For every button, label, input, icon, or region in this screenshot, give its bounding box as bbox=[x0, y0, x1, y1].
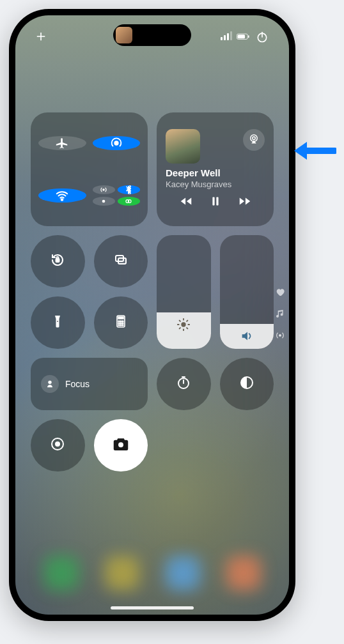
svg-point-23 bbox=[182, 322, 186, 326]
brightness-icon bbox=[176, 318, 191, 334]
power-button[interactable] bbox=[253, 28, 271, 46]
album-art bbox=[166, 129, 200, 164]
svg-point-38 bbox=[118, 323, 120, 324]
wifi-toggle[interactable] bbox=[38, 188, 86, 203]
svg-point-41 bbox=[118, 325, 120, 326]
svg-line-31 bbox=[187, 321, 187, 321]
svg-point-44 bbox=[48, 381, 51, 384]
cellular-toggle[interactable] bbox=[93, 185, 115, 194]
timer-button[interactable] bbox=[157, 358, 211, 410]
svg-line-29 bbox=[187, 328, 187, 328]
page-indicator bbox=[275, 287, 285, 343]
dock-blur bbox=[31, 547, 274, 599]
svg-point-43 bbox=[122, 325, 123, 326]
svg-line-28 bbox=[180, 321, 180, 321]
pause-button[interactable] bbox=[208, 194, 223, 211]
svg-point-40 bbox=[122, 323, 123, 324]
calculator-icon bbox=[113, 314, 129, 332]
rotation-lock-icon bbox=[50, 252, 65, 270]
svg-point-50 bbox=[55, 441, 60, 447]
screen-mirroring-button[interactable] bbox=[94, 235, 148, 288]
satellite-toggle[interactable] bbox=[93, 197, 115, 206]
svg-rect-5 bbox=[238, 34, 246, 38]
focus-icon bbox=[41, 375, 59, 393]
dynamic-island[interactable] bbox=[113, 24, 191, 46]
svg-rect-19 bbox=[216, 197, 218, 206]
svg-rect-18 bbox=[212, 197, 214, 206]
svg-rect-3 bbox=[230, 31, 232, 40]
svg-line-30 bbox=[180, 328, 180, 328]
svg-rect-0 bbox=[221, 37, 223, 40]
focus-label: Focus bbox=[65, 379, 90, 389]
airplay-icon bbox=[248, 133, 260, 147]
island-album-art bbox=[116, 27, 132, 43]
plus-icon: ＋ bbox=[33, 26, 49, 46]
favorite-page-icon[interactable] bbox=[275, 287, 285, 300]
svg-point-32 bbox=[57, 321, 58, 322]
cellular-icon bbox=[220, 29, 233, 45]
calculator-button[interactable] bbox=[94, 296, 148, 349]
svg-point-17 bbox=[253, 137, 256, 140]
flashlight-icon bbox=[50, 314, 65, 332]
svg-point-9 bbox=[279, 335, 281, 337]
record-icon bbox=[50, 436, 65, 454]
bluetooth-toggle[interactable] bbox=[118, 185, 140, 194]
svg-point-51 bbox=[118, 442, 123, 447]
svg-point-42 bbox=[120, 325, 121, 326]
svg-point-10 bbox=[114, 141, 118, 145]
screen: ＋ bbox=[15, 15, 289, 615]
now-playing-artist: Kacey Musgraves bbox=[166, 180, 231, 189]
svg-point-12 bbox=[103, 189, 104, 190]
flashlight-button[interactable] bbox=[31, 296, 85, 349]
now-playing-module[interactable]: Deeper Well Kacey Musgraves bbox=[157, 112, 274, 226]
rewind-button[interactable] bbox=[179, 194, 193, 211]
svg-point-13 bbox=[102, 200, 106, 203]
airdrop-toggle[interactable] bbox=[93, 136, 141, 150]
screen-record-button[interactable] bbox=[31, 419, 85, 471]
svg-rect-6 bbox=[248, 35, 249, 38]
volume-icon bbox=[240, 329, 254, 346]
svg-point-35 bbox=[118, 321, 120, 322]
camera-button[interactable] bbox=[94, 419, 148, 471]
airplay-button[interactable] bbox=[243, 129, 265, 151]
home-indicator[interactable] bbox=[111, 606, 194, 610]
control-center: Deeper Well Kacey Musgraves bbox=[31, 112, 274, 471]
svg-point-11 bbox=[61, 199, 63, 201]
airplane-mode-toggle[interactable] bbox=[38, 136, 86, 150]
brightness-slider[interactable] bbox=[157, 235, 211, 349]
connectivity-module[interactable] bbox=[31, 112, 148, 226]
orientation-lock-button[interactable] bbox=[31, 235, 85, 288]
music-page-icon[interactable] bbox=[275, 309, 285, 321]
add-control-button[interactable]: ＋ bbox=[33, 28, 49, 43]
cellular-bluetooth-group[interactable] bbox=[93, 185, 141, 206]
status-bar-right bbox=[220, 28, 271, 46]
iphone-frame: ＋ bbox=[9, 9, 295, 621]
focus-button[interactable]: Focus bbox=[31, 358, 148, 410]
volume-slider[interactable] bbox=[220, 235, 274, 349]
timer-icon bbox=[176, 375, 191, 393]
now-playing-title: Deeper Well bbox=[166, 167, 221, 178]
transport-controls bbox=[166, 194, 265, 211]
svg-rect-1 bbox=[224, 35, 226, 40]
battery-icon bbox=[237, 31, 249, 43]
connectivity-page-icon[interactable] bbox=[275, 330, 285, 343]
personal-hotspot-toggle[interactable] bbox=[118, 197, 140, 206]
forward-button[interactable] bbox=[238, 194, 252, 211]
svg-point-37 bbox=[122, 321, 123, 322]
svg-rect-22 bbox=[118, 258, 126, 264]
dark-mode-button[interactable] bbox=[220, 358, 274, 410]
callout-arrow bbox=[292, 139, 336, 165]
svg-point-36 bbox=[120, 321, 121, 322]
status-bar-left: ＋ bbox=[33, 28, 49, 43]
svg-point-39 bbox=[120, 323, 121, 324]
svg-rect-34 bbox=[118, 317, 123, 319]
screen-mirroring-icon bbox=[113, 252, 129, 270]
camera-icon bbox=[111, 434, 130, 456]
dark-mode-icon bbox=[239, 375, 254, 393]
svg-rect-2 bbox=[227, 33, 229, 40]
